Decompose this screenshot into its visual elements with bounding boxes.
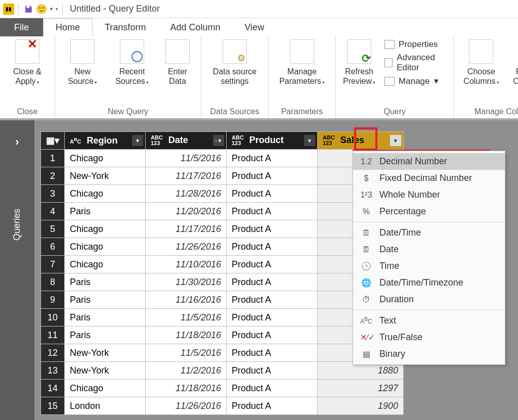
filter-product-icon[interactable]: ▼ [304, 135, 315, 146]
table-row[interactable]: 7Chicago11/10/2016Product A [41, 256, 404, 273]
row-number[interactable]: 2 [41, 167, 65, 185]
cell-region[interactable]: Chicago [65, 256, 146, 273]
cell-date[interactable]: 11/16/2016 [146, 291, 227, 309]
table-row[interactable]: 2New-York11/17/2016Product A [41, 167, 404, 185]
cell-date[interactable]: 11/17/2016 [146, 167, 227, 185]
row-number[interactable]: 14 [41, 380, 65, 397]
type-date[interactable]: 🗓Date [353, 241, 505, 258]
row-number[interactable]: 1 [41, 150, 65, 167]
table-row[interactable]: 11Paris11/18/2016Product A [41, 326, 404, 344]
tab-file[interactable]: File [0, 18, 43, 36]
type-duration[interactable]: ⏱Duration [353, 291, 505, 308]
type-text[interactable]: ABCText [353, 312, 505, 329]
cell-date[interactable]: 11/10/2016 [146, 256, 227, 273]
advanced-editor-button[interactable]: Advanced Editor [384, 53, 446, 73]
filter-sales-icon[interactable]: ▼ [390, 135, 401, 146]
cell-region[interactable]: London [65, 397, 146, 415]
cell-region[interactable]: Chicago [65, 380, 146, 397]
row-number[interactable]: 7 [41, 256, 65, 273]
cell-region[interactable]: Paris [65, 326, 146, 344]
table-row[interactable]: 13New-York11/2/2016Product A1880 [41, 362, 404, 380]
enter-data-button[interactable]: Enter Data [161, 39, 194, 86]
cell-product[interactable]: Product A [227, 380, 318, 397]
table-corner-menu[interactable]: ▦▾ [41, 132, 65, 150]
cell-product[interactable]: Product A [227, 309, 318, 326]
new-source-button[interactable]: New Source▾ [62, 39, 103, 86]
type-percentage[interactable]: %Percentage [353, 203, 505, 220]
type-text-icon[interactable]: ABC [70, 137, 81, 145]
cell-region[interactable]: New-York [65, 362, 146, 380]
cell-date[interactable]: 11/5/2016 [146, 344, 227, 362]
row-number[interactable]: 6 [41, 238, 65, 256]
row-number[interactable]: 15 [41, 397, 65, 415]
cell-region[interactable]: Chicago [65, 220, 146, 238]
expand-queries-button[interactable]: › [15, 135, 19, 149]
feedback-dropdown-icon[interactable]: ▼ [49, 7, 54, 12]
type-binary[interactable]: ▤Binary [353, 346, 505, 362]
table-row[interactable]: 14Chicago11/18/2016Product A1297 [41, 380, 404, 397]
type-decimal-number[interactable]: 1.2Decimal Number [353, 153, 505, 170]
filter-date-icon[interactable]: ↑▼ [213, 135, 224, 146]
cell-region[interactable]: Chicago [65, 150, 146, 167]
cell-product[interactable]: Product A [227, 220, 318, 238]
row-number[interactable]: 4 [41, 203, 65, 220]
column-header-region[interactable]: ABC Region ▼ [65, 132, 146, 150]
filter-region-icon[interactable]: ▼ [132, 135, 143, 146]
table-row[interactable]: 9Paris11/16/2016Product A [41, 291, 404, 309]
row-number[interactable]: 9 [41, 291, 65, 309]
table-row[interactable]: 12New-York11/5/2016Product A1507 [41, 344, 404, 362]
cell-date[interactable]: 11/18/2016 [146, 326, 227, 344]
save-icon[interactable] [23, 4, 34, 15]
cell-date[interactable]: 11/26/2016 [146, 238, 227, 256]
cell-product[interactable]: Product A [227, 273, 318, 291]
cell-product[interactable]: Product A [227, 256, 318, 273]
type-time[interactable]: 🕒Time [353, 258, 505, 274]
table-row[interactable]: 8Paris11/30/2016Product A [41, 273, 404, 291]
cell-region[interactable]: Paris [65, 273, 146, 291]
cell-date[interactable]: 11/5/2016 [146, 150, 227, 167]
row-number[interactable]: 5 [41, 220, 65, 238]
column-header-product[interactable]: ABC123 Product ▼ [227, 132, 318, 150]
remove-columns-button[interactable]: Remove Columns▾ [510, 39, 518, 86]
manage-button[interactable]: Manage▾ [384, 76, 446, 86]
cell-region[interactable]: Paris [65, 291, 146, 309]
table-row[interactable]: 5Chicago11/17/2016Product A [41, 220, 404, 238]
refresh-preview-button[interactable]: Refresh Preview▾ [343, 39, 375, 86]
tab-view[interactable]: View [232, 18, 276, 36]
cell-date[interactable]: 11/26/2016 [146, 397, 227, 415]
table-row[interactable]: 1Chicago11/5/2016Product A [41, 150, 404, 167]
table-row[interactable]: 10Paris11/5/2016Product A [41, 309, 404, 326]
row-number[interactable]: 11 [41, 326, 65, 344]
close-apply-button[interactable]: Close & Apply▾ [7, 39, 48, 86]
column-header-date[interactable]: ABC123 Date ↑▼ [146, 132, 227, 150]
cell-date[interactable]: 11/30/2016 [146, 273, 227, 291]
cell-region[interactable]: Chicago [65, 238, 146, 256]
cell-product[interactable]: Product A [227, 150, 318, 167]
type-fixed-decimal[interactable]: $Fixed Decimal Number [353, 170, 505, 186]
recent-sources-button[interactable]: Recent Sources▾ [112, 39, 152, 86]
cell-region[interactable]: Paris [65, 203, 146, 220]
feedback-icon[interactable]: 🙂 [36, 4, 47, 15]
data-source-settings-button[interactable]: Data source settings [208, 39, 261, 86]
type-date-time-tz[interactable]: 🌐Date/Time/Timezone [353, 274, 505, 291]
type-whole-number[interactable]: 1²3Whole Number [353, 186, 505, 203]
manage-parameters-button[interactable]: Manage Parameters▾ [276, 39, 328, 86]
cell-date[interactable]: 11/28/2016 [146, 185, 227, 203]
row-number[interactable]: 12 [41, 344, 65, 362]
type-date-time[interactable]: 🗓Date/Time [353, 224, 505, 241]
column-header-sales[interactable]: ABC123 Sales ▼ [318, 132, 404, 150]
cell-sales[interactable]: 1297 [318, 380, 404, 397]
tab-transform[interactable]: Transform [93, 18, 158, 36]
cell-sales[interactable]: 1900 [318, 397, 404, 415]
tab-add-column[interactable]: Add Column [158, 18, 232, 36]
cell-date[interactable]: 11/18/2016 [146, 380, 227, 397]
cell-product[interactable]: Product A [227, 344, 318, 362]
row-number[interactable]: 13 [41, 362, 65, 380]
table-row[interactable]: 6Chicago11/26/2016Product A [41, 238, 404, 256]
type-any-icon[interactable]: ABC123 [151, 135, 163, 146]
cell-date[interactable]: 11/2/2016 [146, 362, 227, 380]
cell-product[interactable]: Product A [227, 238, 318, 256]
cell-product[interactable]: Product A [227, 326, 318, 344]
cell-date[interactable]: 11/17/2016 [146, 220, 227, 238]
table-row[interactable]: 4Paris11/20/2016Product A [41, 203, 404, 220]
